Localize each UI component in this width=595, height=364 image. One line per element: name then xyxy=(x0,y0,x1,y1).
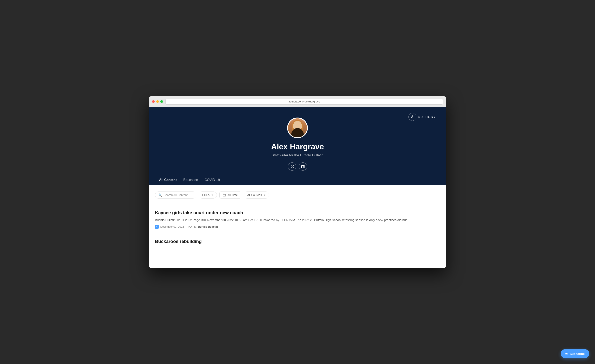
chevron-down-icon: ▼ xyxy=(264,194,266,196)
time-filter-dropdown[interactable]: All Time xyxy=(220,192,241,199)
search-placeholder: Search All Content xyxy=(164,193,188,197)
tab-covid19[interactable]: COVID-19 xyxy=(205,178,220,185)
chevron-down-icon: ▼ xyxy=(211,194,213,196)
article-source[interactable]: Buffalo Bulletin xyxy=(198,225,218,228)
address-text: authory.com/AlexHargrave xyxy=(288,100,320,103)
social-links xyxy=(288,162,307,171)
twitter-button[interactable] xyxy=(288,162,296,171)
sources-filter-label: All Sources xyxy=(247,193,262,197)
article-title[interactable]: Buckaroos rebuilding xyxy=(155,239,440,244)
author-name: Alex Hargrave xyxy=(271,142,324,151)
envelope-icon: ✉ xyxy=(565,352,568,356)
close-button[interactable] xyxy=(152,100,155,103)
browser-chrome: authory.com/AlexHargrave xyxy=(149,96,446,107)
article-date: December 01, 2022 xyxy=(160,225,184,228)
author-bio: Staff writer for the Buffalo Bulletin xyxy=(271,153,324,157)
pdf-filter-dropdown[interactable]: PDFs ▼ xyxy=(199,192,217,199)
authory-logo-text: AUTHORY xyxy=(418,115,436,119)
subscribe-button[interactable]: ✉ Subscribe xyxy=(561,349,589,358)
sources-filter-dropdown[interactable]: All Sources ▼ xyxy=(244,192,269,199)
table-row: Kaycee girls take court under new coach … xyxy=(155,205,440,234)
hero-section: A AUTHORY Alex Hargrave Staff writer for… xyxy=(149,107,446,185)
browser-window: authory.com/AlexHargrave A AUTHORY xyxy=(149,96,446,268)
minimize-button[interactable] xyxy=(156,100,159,103)
linkedin-icon xyxy=(301,165,305,168)
traffic-lights xyxy=(152,100,163,103)
maximize-button[interactable] xyxy=(160,100,163,103)
pdf-filter-label: PDFs xyxy=(202,193,210,197)
article-excerpt: Buffalo Bulletin 12 01 2022 Page B01 Nov… xyxy=(155,218,440,222)
search-input[interactable]: 🔍 Search All Content xyxy=(155,192,196,199)
table-row: Buckaroos rebuilding xyxy=(155,234,440,251)
search-icon: 🔍 xyxy=(158,193,162,197)
avatar xyxy=(287,118,308,138)
filters-bar: 🔍 Search All Content PDFs ▼ All Time xyxy=(155,192,440,199)
subscribe-label: Subscribe xyxy=(570,352,585,356)
authory-logo[interactable]: A AUTHORY xyxy=(408,113,436,121)
authory-logo-icon: A xyxy=(408,113,416,121)
svg-rect-0 xyxy=(223,194,226,196)
time-filter-label: All Time xyxy=(227,193,238,197)
twitter-icon xyxy=(290,165,294,168)
authory-source-icon: A xyxy=(155,225,159,229)
article-title[interactable]: Kaycee girls take court under new coach xyxy=(155,210,440,215)
article-type: PDF at xyxy=(188,225,196,228)
calendar-icon xyxy=(223,193,226,196)
address-bar[interactable]: authory.com/AlexHargrave xyxy=(165,99,443,105)
articles-list: Kaycee girls take court under new coach … xyxy=(155,205,440,251)
nav-tabs: All Content Education COVID-19 xyxy=(153,178,220,185)
page-content: A AUTHORY Alex Hargrave Staff writer for… xyxy=(149,107,446,268)
linkedin-button[interactable] xyxy=(299,162,307,171)
avatar-image xyxy=(288,118,307,137)
tab-education[interactable]: Education xyxy=(183,178,198,185)
separator: · xyxy=(185,225,186,228)
content-section: 🔍 Search All Content PDFs ▼ All Time xyxy=(149,185,446,268)
article-meta: A December 01, 2022 · PDF at Buffalo Bul… xyxy=(155,225,440,229)
tab-all-content[interactable]: All Content xyxy=(159,178,177,185)
